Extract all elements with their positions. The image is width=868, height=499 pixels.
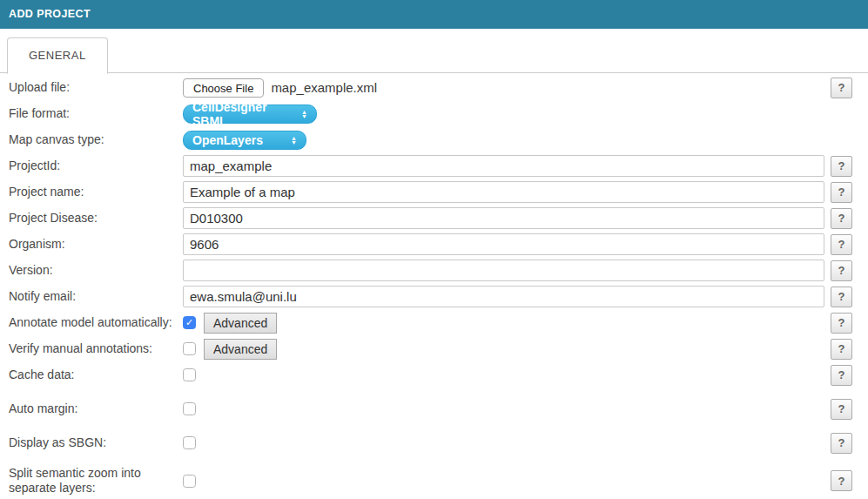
choose-file-button[interactable]: Choose File: [183, 78, 264, 98]
field-label-notify-email: Notify email:: [9, 289, 183, 304]
field-label-annotate-model-automatically: Annotate model automatically:: [9, 315, 183, 330]
help-button-annotate-model-automatically[interactable]: ?: [831, 313, 852, 334]
field-control-cache-data: [183, 364, 824, 386]
form-row-organism: Organism:?: [9, 233, 852, 255]
form-row-cache-data: Cache data:?: [9, 364, 852, 386]
form-row-project-disease: Project Disease:?: [9, 207, 852, 229]
help-cell: ?: [824, 78, 852, 98]
field-control-project-name: [183, 181, 824, 203]
help-cell: ?: [824, 156, 852, 177]
field-label-organism: Organism:: [9, 237, 183, 252]
field-label-version: Version:: [9, 263, 183, 278]
help-cell: ?: [824, 339, 852, 360]
help-button-project-disease[interactable]: ?: [831, 208, 852, 229]
form-row-display-as-sbgn: Display as SBGN:?: [9, 432, 852, 454]
field-control-notify-email: [183, 286, 824, 307]
field-control-annotate-model-automatically: ✓Advanced: [183, 312, 824, 334]
add-project-form: Upload file:Choose Filemap_example.xml?F…: [0, 73, 868, 496]
form-row-project-id: ProjectId:?: [9, 155, 852, 177]
help-cell: ?: [824, 182, 852, 203]
dialog-title: ADD PROJECT: [9, 8, 91, 20]
field-control-upload-file: Choose Filemap_example.xml: [183, 77, 824, 98]
help-cell: ?: [824, 433, 852, 454]
arrow-down-icon: ▼: [301, 114, 307, 118]
help-button-upload-file[interactable]: ?: [831, 78, 852, 98]
field-label-auto-margin: Auto margin:: [9, 401, 183, 416]
help-button-organism[interactable]: ?: [831, 234, 852, 255]
field-control-organism: [183, 233, 824, 255]
project-name-input[interactable]: [183, 181, 824, 203]
cache-data-checkbox[interactable]: [183, 368, 196, 381]
help-cell: ?: [824, 287, 852, 307]
help-cell: ?: [824, 470, 852, 491]
help-button-project-id[interactable]: ?: [831, 156, 852, 177]
field-control-project-disease: [183, 207, 824, 229]
auto-margin-checkbox[interactable]: [183, 402, 196, 415]
help-button-cache-data[interactable]: ?: [831, 365, 852, 386]
selected-option-label: CellDesigner SBML: [192, 100, 294, 128]
help-button-display-as-sbgn[interactable]: ?: [831, 433, 852, 454]
select-arrows-icon: ▲▼: [284, 136, 297, 145]
split-semantic-zoom-checkbox[interactable]: [183, 475, 196, 488]
field-label-verify-manual-annotations: Verify manual annotations:: [9, 341, 183, 356]
help-cell: ?: [824, 313, 852, 334]
map-canvas-type-select[interactable]: OpenLayers▲▼: [183, 131, 306, 150]
field-label-display-as-sbgn: Display as SBGN:: [9, 435, 183, 450]
form-row-annotate-model-automatically: Annotate model automatically:✓Advanced?: [9, 312, 852, 334]
file-format-select[interactable]: CellDesigner SBML▲▼: [183, 105, 317, 124]
form-row-map-canvas-type: Map canvas type:OpenLayers▲▼: [9, 129, 852, 151]
form-row-auto-margin: Auto margin:?: [9, 398, 852, 420]
field-label-file-format: File format:: [9, 106, 183, 121]
field-control-display-as-sbgn: [183, 432, 824, 454]
form-row-split-semantic-zoom: Split semantic zoom into separate layers…: [9, 466, 852, 496]
field-control-auto-margin: [183, 398, 824, 420]
selected-option-label: OpenLayers: [192, 133, 263, 147]
tab-general[interactable]: GENERAL: [7, 37, 108, 74]
form-row-upload-file: Upload file:Choose Filemap_example.xml?: [9, 77, 852, 98]
help-cell: ?: [824, 399, 852, 420]
field-label-upload-file: Upload file:: [9, 80, 183, 95]
help-button-auto-margin[interactable]: ?: [831, 399, 852, 420]
field-label-map-canvas-type: Map canvas type:: [9, 132, 183, 147]
dialog-title-bar: ADD PROJECT: [0, 0, 868, 29]
annotate-model-automatically-advanced-button[interactable]: Advanced: [204, 313, 277, 334]
annotate-model-automatically-checkbox[interactable]: ✓: [183, 316, 196, 329]
verify-manual-annotations-checkbox[interactable]: [183, 342, 196, 355]
help-button-version[interactable]: ?: [831, 260, 852, 281]
display-as-sbgn-checkbox[interactable]: [183, 436, 196, 449]
field-label-project-name: Project name:: [9, 185, 183, 199]
version-input[interactable]: [183, 260, 824, 281]
form-row-project-name: Project name:?: [9, 181, 852, 203]
help-button-project-name[interactable]: ?: [831, 182, 852, 203]
select-arrows-icon: ▲▼: [294, 110, 307, 118]
project-id-input[interactable]: [183, 155, 824, 177]
form-row-verify-manual-annotations: Verify manual annotations:Advanced?: [9, 338, 852, 360]
field-label-project-disease: Project Disease:: [9, 211, 183, 226]
field-label-cache-data: Cache data:: [9, 368, 183, 382]
form-row-version: Version:?: [9, 260, 852, 281]
field-control-project-id: [183, 155, 824, 177]
project-disease-input[interactable]: [183, 207, 824, 229]
field-control-split-semantic-zoom: [183, 470, 824, 492]
field-control-map-canvas-type: OpenLayers▲▼: [183, 129, 824, 151]
verify-manual-annotations-advanced-button[interactable]: Advanced: [204, 339, 277, 360]
field-control-version: [183, 260, 824, 281]
form-row-file-format: File format:CellDesigner SBML▲▼: [9, 103, 852, 125]
field-label-split-semantic-zoom: Split semantic zoom into separate layers…: [9, 466, 183, 496]
arrow-down-icon: ▼: [291, 140, 297, 145]
tab-bar: GENERAL: [0, 37, 868, 73]
form-row-notify-email: Notify email:?: [9, 286, 852, 307]
help-cell: ?: [824, 208, 852, 229]
notify-email-input[interactable]: [183, 286, 824, 307]
field-control-verify-manual-annotations: Advanced: [183, 338, 824, 360]
selected-file-name: map_example.xml: [271, 80, 377, 95]
help-cell: ?: [824, 234, 852, 255]
field-control-file-format: CellDesigner SBML▲▼: [183, 103, 824, 125]
organism-input[interactable]: [183, 233, 824, 255]
help-cell: ?: [824, 365, 852, 386]
help-button-verify-manual-annotations[interactable]: ?: [831, 339, 852, 360]
field-label-project-id: ProjectId:: [9, 158, 183, 173]
help-button-split-semantic-zoom[interactable]: ?: [831, 470, 852, 491]
help-button-notify-email[interactable]: ?: [831, 287, 852, 307]
help-cell: ?: [824, 260, 852, 281]
